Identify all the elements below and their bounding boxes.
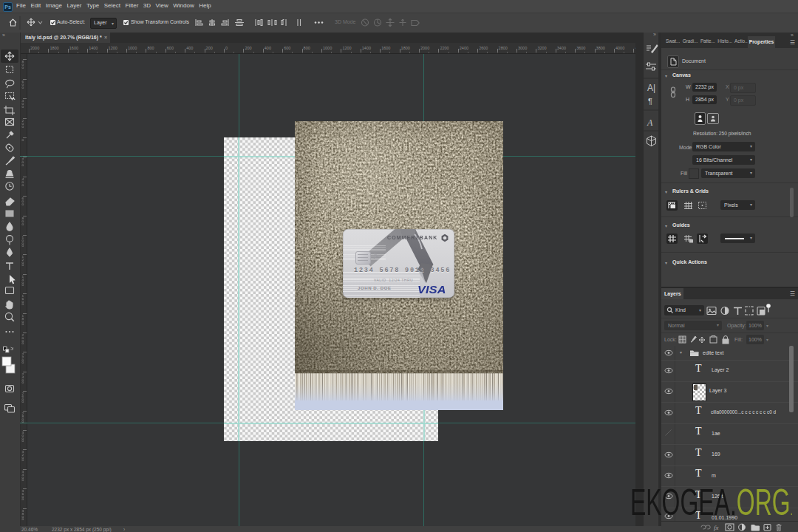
svg-text:A: A — [647, 117, 653, 128]
svg-text:¶: ¶ — [648, 97, 652, 106]
svg-text:A|: A| — [647, 83, 655, 93]
